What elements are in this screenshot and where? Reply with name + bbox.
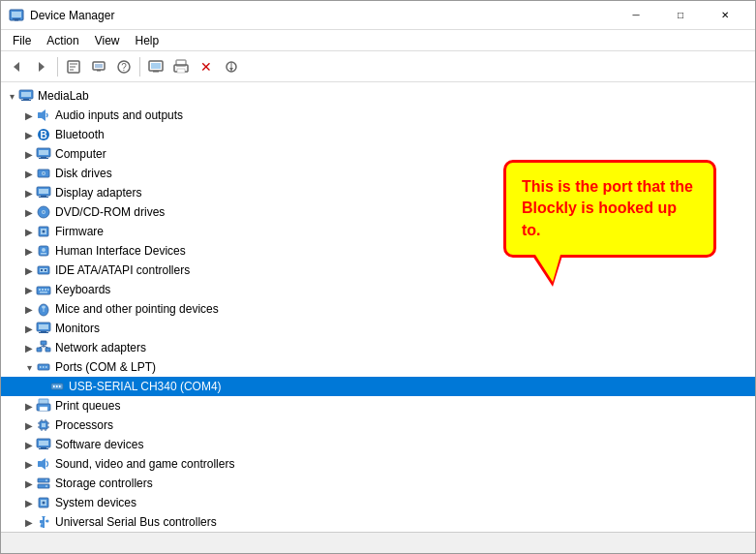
tree-ports[interactable]: ▾ Ports (COM & LPT) [1,357,755,377]
toolbar-forward[interactable] [30,55,53,78]
hid-icon [36,243,51,259]
tree-print[interactable]: ▶ Print queues [1,396,755,416]
network-label: Network adapters [55,341,146,354]
svg-rect-25 [21,92,31,97]
usb-serial-label: USB-SERIAL CH340 (COM4) [69,380,222,393]
tree-bluetooth[interactable]: ▶ B Bluetooth [1,125,755,144]
svg-rect-80 [53,385,55,387]
svg-point-50 [42,248,45,252]
usb-icon [36,514,51,530]
toolbar-print[interactable] [169,55,193,78]
toolbar-sep-1 [57,57,58,77]
menu-file[interactable]: File [5,32,39,49]
display-icon [36,185,51,200]
svg-rect-59 [45,289,46,291]
keyboard-icon [36,282,51,297]
tree-sound[interactable]: ▶ Sound, video and game controllers [1,454,755,474]
toolbar-scan[interactable] [220,55,243,78]
tree-monitors[interactable]: ▶ Monitors [1,319,755,338]
tree-usb-serial[interactable]: USB-SERIAL CH340 (COM4) [1,377,755,396]
svg-point-108 [43,502,45,505]
audio-icon [36,108,51,123]
svg-rect-70 [37,348,42,352]
dvd-label: DVD/CD-ROM drives [55,205,165,219]
storage-icon [36,476,51,491]
device-tree[interactable]: ▾ MediaLab ▶ [1,82,755,532]
tree-audio[interactable]: ▶ Audio inputs and outputs [1,106,755,125]
firmware-label: Firmware [55,225,104,238]
monitors-arrow: ▶ [22,323,36,334]
content-area: ▾ MediaLab ▶ [1,82,755,532]
tree-root[interactable]: ▾ MediaLab [1,86,755,106]
toolbar-devices[interactable] [87,55,110,78]
svg-rect-99 [39,448,48,449]
svg-rect-85 [40,407,47,411]
window-title: Device Manager [30,9,114,22]
keyboards-label: Keyboards [55,283,110,296]
audio-arrow: ▶ [22,110,36,121]
maximize-button[interactable]: □ [658,1,703,30]
sound-label: Sound, video and game controllers [55,457,234,471]
svg-rect-42 [39,197,48,198]
toolbar-screen[interactable] [144,55,167,78]
dvd-icon [36,204,51,220]
callout-text: This is the port that the Blockly is hoo… [522,178,693,238]
processors-arrow: ▶ [22,420,36,431]
audio-label: Audio inputs and outputs [55,108,183,122]
svg-rect-102 [38,478,49,482]
minimize-button[interactable]: ─ [614,1,658,30]
svg-rect-76 [40,366,42,368]
tree-mice[interactable]: ▶ Mice and other pointing devices [1,299,755,319]
tree-keyboards[interactable]: ▶ Keyboards [1,280,755,299]
tree-usb[interactable]: ▶ Universal Serial Bus controllers [1,512,755,532]
disk-icon [36,166,51,181]
tree-processors[interactable]: ▶ Processors [1,416,755,435]
toolbar-remove[interactable]: ✕ [195,55,218,78]
toolbar-back[interactable] [5,55,28,78]
svg-point-38 [43,172,45,174]
svg-rect-20 [177,69,185,73]
menu-action[interactable]: Action [39,32,86,49]
mice-label: Mice and other pointing devices [55,302,219,316]
disk-label: Disk drives [55,167,112,180]
callout-bubble: This is the port that the Blockly is hoo… [503,160,716,258]
statusbar [1,532,755,553]
svg-marker-29 [42,109,45,121]
toolbar-help[interactable]: ? [112,55,136,78]
svg-text:B: B [40,130,46,140]
tree-software[interactable]: ▶ Software devices [1,435,755,454]
svg-rect-69 [41,341,46,345]
toolbar-properties[interactable] [62,55,85,78]
svg-marker-101 [42,458,45,470]
mice-arrow: ▶ [22,304,36,315]
svg-rect-1 [12,12,21,17]
svg-rect-33 [39,150,48,155]
close-button[interactable]: ✕ [703,1,747,30]
computer-icon2 [36,146,51,162]
system-arrow: ▶ [22,498,36,508]
svg-rect-51 [41,253,46,255]
device-manager-window: Device Manager ─ □ ✕ File Action View He… [0,0,756,554]
bluetooth-arrow: ▶ [22,130,36,140]
svg-rect-54 [41,269,43,271]
processors-label: Processors [55,418,113,432]
tree-storage[interactable]: ▶ Storage controllers [1,474,755,493]
svg-point-115 [46,520,49,523]
tree-ide[interactable]: ▶ IDE ATA/ATAPI controllers [1,261,755,280]
svg-point-48 [43,231,45,233]
toolbar: ? ✕ [1,51,755,82]
svg-rect-81 [56,385,58,387]
sound-arrow: ▶ [22,459,36,470]
tree-network[interactable]: ▶ Network adapters [1,338,755,357]
menu-view[interactable]: View [87,32,128,49]
svg-rect-27 [21,100,31,101]
svg-marker-23 [229,68,233,71]
firmware-icon [36,224,51,239]
usb-label: Universal Serial Bus controllers [55,515,217,529]
ports-icon [36,359,51,375]
svg-rect-28 [38,112,42,118]
menu-help[interactable]: Help [128,32,167,49]
tree-system[interactable]: ▶ System devices [1,493,755,512]
ide-arrow: ▶ [22,265,36,276]
svg-rect-58 [42,289,44,291]
